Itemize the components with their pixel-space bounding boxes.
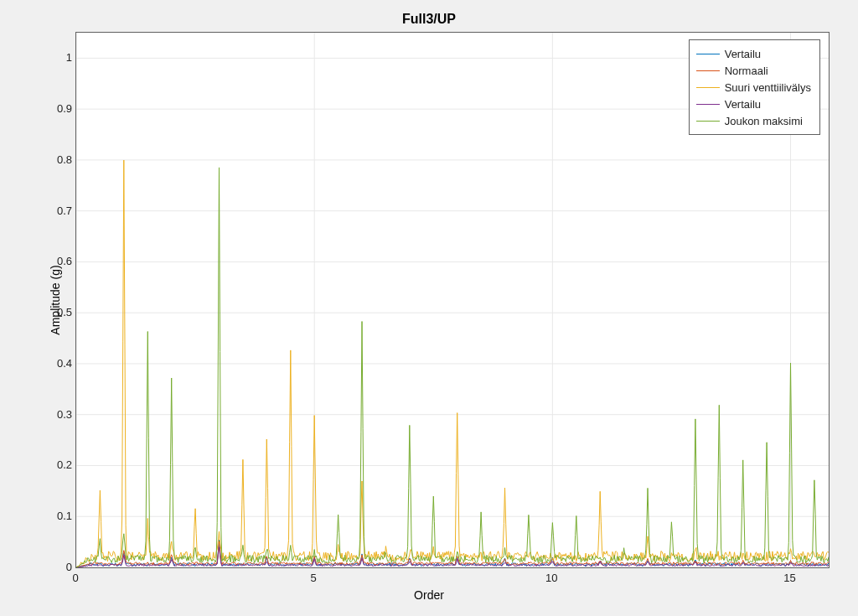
figure-container: Full3/UP Vertailu Normaali Suuri venttii… — [8, 7, 850, 609]
legend-swatch-icon — [696, 54, 720, 54]
y-tick-label: 0.4 — [39, 356, 72, 369]
legend-label: Normaali — [725, 65, 768, 77]
y-tick-label: 0.7 — [39, 204, 72, 216]
chart-title: Full3/UP — [8, 12, 850, 27]
y-tick-label: 1 — [39, 51, 72, 64]
y-tick-label: 0.6 — [39, 255, 72, 267]
y-axis-label: Amplitude (g) — [49, 265, 62, 334]
plot-area: Vertailu Normaali Suuri venttiilivälys V… — [75, 32, 830, 568]
x-tick-label: 10 — [545, 572, 557, 584]
legend-swatch-icon — [696, 70, 720, 71]
legend-label: Suuri venttiilivälys — [725, 81, 811, 94]
y-tick-label: 0.1 — [39, 510, 72, 522]
y-tick-label: 0.3 — [39, 407, 72, 420]
legend-label: Vertailu — [725, 48, 761, 60]
legend-swatch-icon — [696, 87, 720, 88]
y-tick-label: 0.2 — [39, 458, 72, 471]
legend-swatch-icon — [696, 121, 720, 122]
legend-entry: Suuri venttiilivälys — [696, 79, 811, 96]
legend-entry: Vertailu — [696, 45, 811, 62]
legend-entry: Normaali — [696, 62, 811, 79]
y-tick-label: 0.5 — [39, 306, 72, 318]
legend-swatch-icon — [696, 104, 720, 105]
y-tick-label: 0.8 — [39, 153, 72, 165]
y-tick-label: 0 — [39, 561, 72, 573]
x-axis-label: Order — [8, 588, 850, 602]
x-tick-label: 15 — [783, 572, 795, 584]
x-tick-label: 0 — [72, 572, 78, 584]
legend-label: Joukon maksimi — [725, 115, 803, 127]
legend-label: Vertailu — [725, 98, 761, 111]
y-tick-label: 0.9 — [39, 102, 72, 115]
legend-entry: Joukon maksimi — [696, 112, 811, 129]
x-tick-label: 5 — [311, 572, 317, 584]
legend-box: Vertailu Normaali Suuri venttiilivälys V… — [689, 39, 820, 135]
legend-entry: Vertailu — [696, 96, 811, 112]
